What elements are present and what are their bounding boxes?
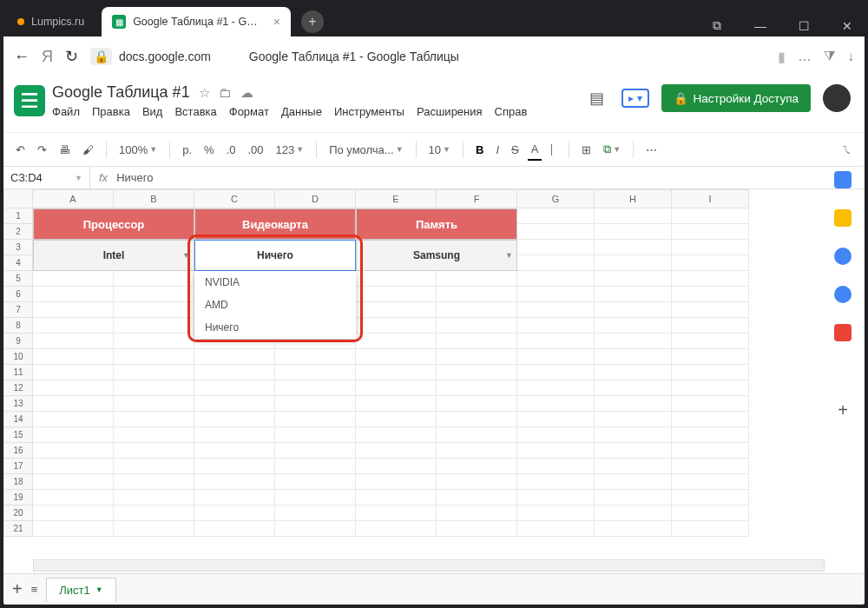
cell[interactable] [672, 271, 749, 287]
row-header[interactable]: 18 [3, 474, 33, 490]
cell[interactable] [437, 365, 517, 380]
cell[interactable] [517, 271, 595, 287]
row-header[interactable]: 2 [3, 224, 33, 240]
cell[interactable] [275, 490, 356, 506]
cell[interactable] [595, 396, 672, 412]
tab-close-icon[interactable]: × [273, 15, 280, 29]
cell[interactable] [356, 318, 437, 334]
cell[interactable] [356, 427, 437, 443]
cell[interactable] [275, 459, 356, 474]
header-processor[interactable]: Процессор [33, 208, 194, 240]
row-header[interactable]: 10 [3, 349, 33, 365]
row-header[interactable]: 20 [3, 506, 33, 521]
cell[interactable] [437, 334, 517, 349]
comments-icon[interactable]: ▤ [584, 83, 609, 113]
row-header[interactable]: 4 [3, 255, 33, 271]
cell[interactable] [437, 427, 517, 443]
cell-processor-value[interactable]: Intel▼ [33, 240, 194, 271]
increase-decimal-button[interactable]: .00 [244, 140, 266, 160]
cell[interactable] [437, 490, 517, 506]
row-header[interactable]: 6 [3, 287, 33, 302]
maps-icon[interactable] [834, 324, 852, 341]
cell[interactable] [595, 271, 672, 287]
decrease-decimal-button[interactable]: .0 [223, 140, 240, 160]
browser-tab-inactive[interactable]: Lumpics.ru [7, 7, 95, 36]
address-bar[interactable]: 🔒 docs.google.com [90, 48, 211, 65]
cell[interactable] [517, 365, 595, 380]
dropdown-option[interactable]: NVIDIA [194, 271, 356, 294]
cell[interactable] [672, 459, 749, 474]
cell[interactable] [517, 521, 595, 537]
cell[interactable] [194, 365, 275, 380]
dropdown-list[interactable]: NVIDIA AMD Ничего [194, 271, 356, 339]
sheet-menu-icon[interactable]: ▼ [95, 585, 103, 594]
row-header[interactable]: 5 [3, 271, 33, 287]
cell[interactable] [33, 302, 114, 318]
cell[interactable] [672, 302, 749, 318]
cell[interactable] [672, 255, 749, 271]
cell[interactable] [595, 208, 672, 224]
cell[interactable] [114, 271, 194, 287]
cell[interactable] [672, 443, 749, 459]
sheets-logo-icon[interactable] [14, 85, 45, 116]
cell[interactable] [672, 474, 749, 490]
cell[interactable] [33, 506, 114, 521]
cell[interactable] [275, 506, 356, 521]
cell[interactable] [114, 490, 194, 506]
cell[interactable] [517, 240, 595, 255]
col-header[interactable]: I [672, 189, 749, 208]
cell[interactable] [356, 459, 437, 474]
cell[interactable] [33, 380, 114, 396]
cell[interactable] [595, 334, 672, 349]
cell[interactable] [672, 208, 749, 224]
keep-icon[interactable] [834, 209, 852, 227]
cell[interactable] [194, 349, 275, 365]
cell[interactable] [437, 506, 517, 521]
strike-button[interactable]: S [508, 140, 523, 160]
row-header[interactable]: 12 [3, 380, 33, 396]
downloads-icon[interactable]: ↓ [847, 49, 854, 64]
cell[interactable] [437, 318, 517, 334]
cell[interactable] [275, 396, 356, 412]
cell[interactable] [275, 349, 356, 365]
dropdown-arrow-icon[interactable]: ▼ [505, 251, 513, 260]
cell[interactable] [517, 208, 595, 224]
cell[interactable] [595, 412, 672, 427]
cell[interactable] [33, 474, 114, 490]
row-header[interactable]: 16 [3, 443, 33, 459]
col-header[interactable]: C [194, 189, 275, 208]
cell[interactable] [595, 287, 672, 302]
cell-memory-value[interactable]: Samsung▼ [356, 240, 517, 271]
cell[interactable] [517, 427, 595, 443]
cell[interactable] [194, 490, 275, 506]
print-button[interactable]: 🖶 [56, 140, 74, 160]
tasks-icon[interactable] [834, 248, 852, 265]
cell[interactable] [672, 396, 749, 412]
cell[interactable] [437, 349, 517, 365]
number-format-select[interactable]: 123▼ [273, 140, 308, 160]
cell[interactable] [356, 474, 437, 490]
cell[interactable] [595, 474, 672, 490]
header-videocard[interactable]: Видеокарта [194, 208, 356, 240]
cell[interactable] [114, 287, 194, 302]
menu-insert[interactable]: Вставка [174, 105, 216, 118]
cell[interactable] [194, 427, 275, 443]
cell[interactable] [33, 490, 114, 506]
cell[interactable] [114, 365, 194, 380]
spreadsheet-grid[interactable]: A B C D E F G H I 1234567891011121314151… [3, 189, 865, 537]
cell[interactable] [356, 490, 437, 506]
cell[interactable] [672, 521, 749, 537]
extensions-icon[interactable]: ⧩ [824, 49, 835, 64]
merge-button[interactable]: ⧉▼ [600, 139, 624, 160]
cell[interactable] [356, 506, 437, 521]
cell[interactable] [517, 474, 595, 490]
share-button[interactable]: 🔒 Настройки Доступа [661, 84, 811, 112]
add-sheet-button[interactable]: + [12, 579, 23, 599]
cell[interactable] [356, 302, 437, 318]
move-icon[interactable]: 🗀 [219, 85, 232, 100]
cell[interactable] [33, 396, 114, 412]
library-icon[interactable]: ⧉ [703, 18, 731, 33]
cell[interactable] [356, 349, 437, 365]
italic-button[interactable]: I [492, 140, 503, 160]
menu-extensions[interactable]: Расширения [417, 105, 483, 118]
